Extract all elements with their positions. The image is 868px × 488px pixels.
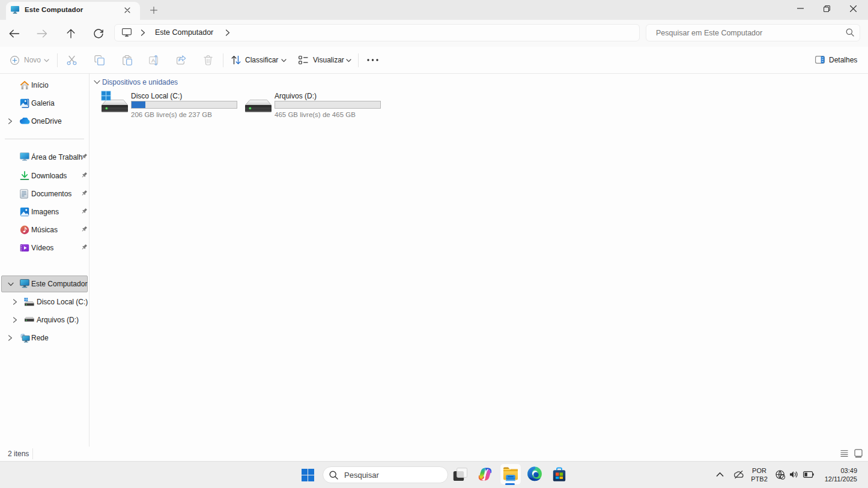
svg-text:A: A	[151, 57, 156, 64]
